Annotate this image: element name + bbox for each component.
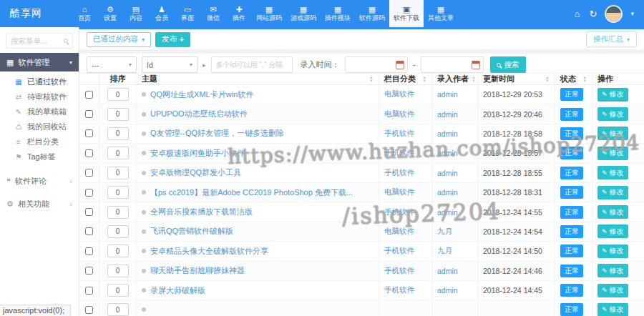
- row-title-link[interactable]: 全网音乐搜索播放下载简洁版: [150, 207, 253, 217]
- nav-item[interactable]: ▭ 界面: [175, 0, 200, 27]
- row-checkbox[interactable]: [85, 267, 93, 275]
- col-header-status[interactable]: 状态 ▲▼: [555, 74, 592, 84]
- row-author-link[interactable]: admin: [437, 188, 458, 197]
- row-author-link[interactable]: 九月: [437, 246, 452, 256]
- status-badge[interactable]: 正常: [560, 245, 583, 257]
- edit-button[interactable]: ✎ 修改: [597, 107, 628, 121]
- row-title-link[interactable]: UPUPOO动态壁纸启动软件: [150, 109, 248, 119]
- sort-order-input[interactable]: [107, 127, 129, 140]
- sidebar-item[interactable]: ≡ 栏目分类: [0, 134, 79, 149]
- status-badge[interactable]: 正常: [560, 88, 583, 101]
- nav-item[interactable]: ▦ 其他文章: [424, 0, 458, 27]
- edit-button[interactable]: ✎ 修改: [597, 224, 628, 238]
- row-author-link[interactable]: admin: [437, 129, 458, 138]
- col-header-time[interactable]: 更新时间 ▲▼: [478, 74, 555, 84]
- nav-item[interactable]: ✉ 微信: [200, 0, 226, 27]
- row-checkbox[interactable]: [85, 169, 93, 177]
- row-category-link[interactable]: 手机软件: [384, 148, 414, 158]
- edit-button[interactable]: ✎ 修改: [597, 166, 628, 179]
- sort-carets-icon[interactable]: ▲▼: [582, 76, 587, 83]
- row-title-link[interactable]: QQ网址生成XML卡片win软件: [150, 89, 253, 100]
- sidebar-group-collapsed[interactable]: ⚙ 相关功能 ‹: [0, 194, 79, 213]
- status-badge[interactable]: 正常: [560, 284, 583, 297]
- publish-button[interactable]: 发布 +: [155, 32, 190, 47]
- sidebar-group-software-manage[interactable]: ▦ 软件管理 ▾: [0, 53, 79, 71]
- edit-button[interactable]: ✎ 修改: [597, 245, 628, 258]
- user-avatar[interactable]: [606, 6, 621, 21]
- row-title-link[interactable]: 安卓版物理QQ群发小工具: [150, 167, 241, 178]
- sidebar-item[interactable]: ✎ 我的草稿箱: [0, 104, 79, 119]
- edit-button[interactable]: ✎ 修改: [597, 186, 628, 199]
- sidebar-item[interactable]: ♺ 我的回收站: [0, 119, 79, 134]
- row-author-link[interactable]: admin: [437, 286, 458, 295]
- nav-item[interactable]: ⌂ 首页: [72, 0, 97, 27]
- row-title-link[interactable]: 【ps cc2019】最新Adobe CC2019 PhotoShop 免费下载…: [150, 187, 353, 198]
- status-badge[interactable]: 正常: [560, 167, 583, 179]
- edit-button[interactable]: ✎ 修改: [597, 205, 628, 219]
- row-category-link[interactable]: 手机软件: [384, 207, 414, 217]
- sort-order-input[interactable]: [107, 186, 129, 199]
- row-category-link[interactable]: 电脑软件: [384, 109, 414, 119]
- nav-item[interactable]: ♟ 会员: [149, 0, 175, 27]
- row-category-link[interactable]: 手机软件: [384, 129, 414, 139]
- operations-button[interactable]: 操作汇总 ▾: [586, 31, 637, 47]
- edit-button[interactable]: ✎ 修改: [597, 147, 628, 160]
- filter-scope-select[interactable]: --- ▾: [87, 56, 137, 73]
- sort-carets-icon[interactable]: ▲▼: [472, 76, 476, 83]
- nav-item[interactable]: ✚ 插件: [226, 0, 252, 27]
- edit-button[interactable]: ✎ 修改: [597, 303, 628, 316]
- row-category-link[interactable]: 电脑软件: [384, 227, 414, 237]
- row-category-link[interactable]: 手机软件: [384, 266, 414, 276]
- nav-item[interactable]: ▤ 内容: [123, 0, 149, 27]
- home-icon[interactable]: ⌂: [575, 9, 580, 19]
- status-badge[interactable]: 正常: [560, 108, 583, 121]
- row-category-link[interactable]: 手机软件: [384, 285, 414, 295]
- row-title-link[interactable]: Q友管理--QQ好友管理，一键多选删除: [150, 128, 284, 139]
- status-badge[interactable]: 正常: [560, 186, 583, 199]
- status-badge[interactable]: 正常: [560, 225, 583, 238]
- col-header-title[interactable]: 主题 ▲▼: [137, 74, 379, 84]
- edit-button[interactable]: ✎ 修改: [597, 127, 628, 140]
- refresh-icon[interactable]: ↻: [590, 9, 597, 19]
- row-checkbox[interactable]: [85, 110, 93, 118]
- search-button[interactable]: 搜索: [490, 56, 526, 73]
- chevron-down-icon[interactable]: ▾: [630, 10, 634, 17]
- row-title-link[interactable]: 聊天助手告别尬聊撩妹神器: [150, 265, 245, 276]
- calendar-icon[interactable]: [472, 61, 480, 69]
- content-filter-button[interactable]: 已通过的内容 ▾: [87, 32, 151, 47]
- row-author-link[interactable]: 九月: [437, 227, 452, 237]
- row-category-link[interactable]: 手机软件: [384, 246, 414, 256]
- id-filter-input[interactable]: [211, 56, 293, 73]
- row-checkbox[interactable]: [85, 129, 93, 137]
- sort-order-input[interactable]: [107, 206, 129, 219]
- sidebar-group-collapsed[interactable]: ❝ 软件评论 ‹: [0, 172, 79, 190]
- row-author-link[interactable]: admin: [437, 110, 458, 119]
- row-title-link[interactable]: 安卓极速版闲鱼助手小软件: [150, 148, 245, 159]
- row-author-link[interactable]: admin: [437, 208, 458, 217]
- edit-button[interactable]: ✎ 修改: [597, 88, 628, 102]
- col-header-sort[interactable]: 排序: [99, 74, 137, 84]
- sidebar-item[interactable]: ⚑ Tag标签: [0, 149, 79, 164]
- nav-item[interactable]: ▦ 软件源码: [355, 0, 389, 27]
- col-header-category[interactable]: 栏目分类 ▲▼: [379, 74, 432, 84]
- nav-item[interactable]: ▦ 游戏源码: [286, 0, 321, 27]
- sidebar-item[interactable]: ⇄ 待审核软件: [0, 89, 79, 104]
- col-header-author[interactable]: 录入作者 ▲▼: [432, 74, 478, 84]
- chevron-right-icon[interactable]: ▸: [203, 61, 206, 69]
- row-category-link[interactable]: 电脑软件: [384, 187, 414, 197]
- status-badge[interactable]: 正常: [560, 127, 583, 140]
- filter-field-select[interactable]: Id ▾: [142, 56, 197, 73]
- edit-button[interactable]: ✎ 修改: [597, 264, 628, 277]
- row-title-link[interactable]: 安卓精品头像大全破解版软件分享: [150, 246, 268, 257]
- sort-carets-icon[interactable]: ▲▼: [369, 76, 374, 83]
- row-checkbox[interactable]: [85, 227, 93, 235]
- sort-order-input[interactable]: [107, 147, 129, 159]
- sort-order-input[interactable]: [107, 108, 129, 121]
- row-title-link[interactable]: 录屏大师破解版: [150, 285, 205, 296]
- menu-search-input[interactable]: [11, 36, 61, 45]
- row-author-link[interactable]: admin: [437, 169, 458, 177]
- row-checkbox[interactable]: [85, 91, 93, 99]
- row-checkbox[interactable]: [85, 149, 93, 157]
- row-title-link[interactable]: 飞讯QQ营销软件破解版: [150, 226, 233, 237]
- sort-order-input[interactable]: [107, 265, 129, 277]
